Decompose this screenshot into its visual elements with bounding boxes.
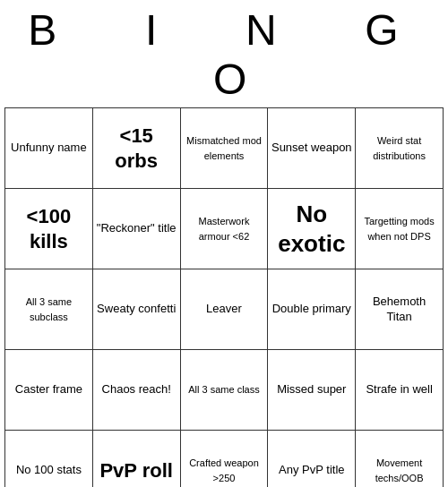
cell-4-4: Movement techs/OOB bbox=[356, 431, 444, 488]
cell-4-3: Any PvP title bbox=[268, 431, 356, 488]
cell-2-4: Behemoth Titan bbox=[356, 269, 444, 350]
cell-0-2: Mismatched mod elements bbox=[180, 108, 268, 189]
cell-0-4: Weird stat distributions bbox=[356, 108, 444, 189]
cell-0-0: Unfunny name bbox=[5, 108, 93, 189]
cell-1-2: Masterwork armour <62 bbox=[180, 189, 268, 269]
cell-1-4: Targetting mods when not DPS bbox=[356, 189, 444, 269]
cell-4-0: No 100 stats bbox=[5, 431, 93, 488]
bingo-board: Unfunny name<15 orbsMismatched mod eleme… bbox=[4, 107, 444, 487]
cell-0-1: <15 orbs bbox=[92, 108, 180, 189]
cell-1-0: <100 kills bbox=[5, 189, 93, 269]
cell-3-3: Missed super bbox=[268, 350, 356, 431]
cell-3-0: Caster frame bbox=[5, 350, 93, 431]
cell-2-2: Leaver bbox=[180, 269, 268, 350]
cell-3-1: Chaos reach! bbox=[92, 350, 180, 431]
cell-1-1: "Reckoner" title bbox=[92, 189, 180, 269]
cell-4-2: Crafted weapon >250 bbox=[180, 431, 268, 488]
cell-0-3: Sunset weapon bbox=[268, 108, 356, 189]
cell-3-2: All 3 same class bbox=[180, 350, 268, 431]
bingo-title: B I N G O bbox=[0, 0, 448, 107]
cell-1-3: No exotic bbox=[268, 189, 356, 269]
cell-3-4: Strafe in well bbox=[356, 350, 444, 431]
cell-4-1: PvP roll bbox=[92, 431, 180, 488]
cell-2-0: All 3 same subclass bbox=[5, 269, 93, 350]
cell-2-1: Sweaty confetti bbox=[92, 269, 180, 350]
cell-2-3: Double primary bbox=[268, 269, 356, 350]
